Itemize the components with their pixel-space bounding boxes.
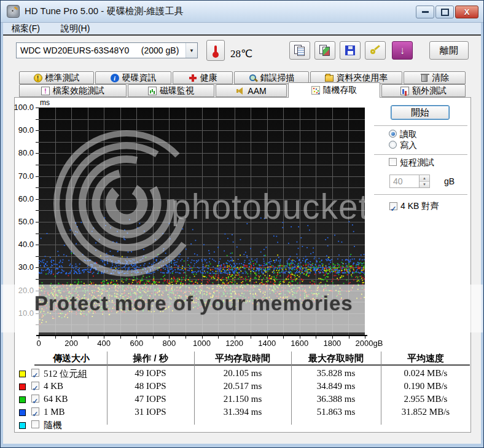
series-label: 隨機 <box>44 420 62 431</box>
tab-label: 健康 <box>200 73 217 84</box>
start-button[interactable]: 開始 <box>391 105 450 120</box>
trash-icon <box>421 74 427 82</box>
x-tick <box>136 336 137 339</box>
copy-image-button[interactable] <box>314 41 335 60</box>
copy-text-button[interactable] <box>289 41 310 60</box>
series-checkbox-0[interactable] <box>31 369 39 377</box>
series-label: 1 MB <box>44 407 65 417</box>
y-tick <box>36 119 39 120</box>
minimize-button[interactable] <box>416 6 434 18</box>
exit-button[interactable]: 離開 <box>429 41 469 60</box>
window-frame-bottom <box>1 444 483 447</box>
scatter-icon <box>311 86 320 95</box>
x-tick <box>218 336 219 339</box>
page-icon <box>41 87 50 95</box>
align-4kb-checkbox[interactable] <box>389 202 397 210</box>
x-tick <box>88 336 88 339</box>
copy-text-icon <box>294 45 305 56</box>
table-cell: 31.852 MB/s <box>382 407 469 417</box>
maximize-button[interactable] <box>435 6 454 18</box>
read-label: 讀取 <box>400 129 417 140</box>
spinner-up-button[interactable]: ▲ <box>420 175 429 182</box>
x-tick-label: 400 <box>88 339 120 348</box>
x-tick <box>55 336 56 339</box>
series-color-swatch <box>19 409 26 416</box>
tab-label: 額外測試 <box>412 85 447 96</box>
x-tick <box>300 336 300 339</box>
tab-label: 標準測試 <box>45 73 80 84</box>
tools-button[interactable] <box>365 41 386 60</box>
tab-speaker[interactable]: AAM <box>216 84 287 97</box>
table-column-divider <box>291 352 292 425</box>
tab-label: 錯誤掃描 <box>260 73 295 84</box>
y-tick-label: 20.0 <box>8 286 34 295</box>
series-checkbox-2[interactable] <box>31 395 39 403</box>
x-tick <box>71 336 72 339</box>
table-cell: 20.105 ms <box>195 368 290 379</box>
y-tick-label: 90.0 <box>8 125 34 135</box>
short-test-size-input[interactable] <box>390 175 419 187</box>
series-color-swatch <box>19 383 26 390</box>
table-header-3: 最大存取時間 <box>292 353 380 364</box>
tab-page[interactable]: 檔案效能測試 <box>19 84 127 97</box>
y-tick <box>36 245 39 245</box>
x-tick-label: 1400 <box>251 339 283 348</box>
save-button[interactable] <box>340 41 361 60</box>
tab-cross[interactable]: 健康 <box>173 71 233 84</box>
y-tick <box>36 222 39 222</box>
grid-icon <box>400 87 409 95</box>
tab-grid[interactable]: 額外測試 <box>381 84 466 97</box>
x-tick <box>349 336 349 339</box>
tab-info[interactable]: 硬碟資訊 <box>95 71 171 84</box>
short-test-checkbox[interactable] <box>389 158 397 166</box>
divider <box>374 194 467 195</box>
y-tick-label: 100.0 <box>8 103 34 112</box>
series-checkbox-4[interactable] <box>31 420 39 428</box>
table-cell: 36.388 ms <box>292 394 380 404</box>
close-button[interactable]: X <box>455 6 478 18</box>
menu-item-file[interactable]: 檔案(F) <box>9 23 42 34</box>
menu-item-help[interactable]: 說明(H) <box>58 23 92 34</box>
table-cell: 31.394 ms <box>195 407 290 417</box>
y-axis-unit: ms <box>40 98 50 107</box>
y-tick-label: 40.0 <box>8 240 34 249</box>
minimize-icon <box>422 11 429 13</box>
exit-label: 離開 <box>440 45 458 57</box>
temperature-label: 28℃ <box>230 47 252 60</box>
download-button[interactable]: ↓ <box>392 41 413 60</box>
cross-icon <box>189 74 197 82</box>
folder-icon <box>325 75 334 82</box>
tab-label: 檔案效能測試 <box>53 85 104 96</box>
y-tick <box>36 313 39 314</box>
x-tick-label: 1000 <box>186 339 218 348</box>
y-tick <box>36 302 39 302</box>
tab-alert[interactable]: 標準測試 <box>19 71 94 84</box>
tab-bars[interactable]: 磁碟監視 <box>128 84 214 97</box>
y-tick-label: 30.0 <box>8 262 34 272</box>
write-radio[interactable] <box>389 141 397 149</box>
spinner-down-button[interactable]: ▼ <box>420 182 429 188</box>
hd-tune-window: HD Tune Pro 5.00 - 硬碟檢測-維護工具 X 檔案(F)說明(H… <box>0 0 484 448</box>
bars-icon <box>148 87 157 95</box>
y-tick <box>36 153 39 154</box>
series-checkbox-1[interactable] <box>31 382 39 390</box>
y-tick-label: 10.0 <box>8 308 34 318</box>
x-tick <box>104 336 104 339</box>
y-tick <box>36 108 39 108</box>
temperature-button[interactable] <box>206 40 225 61</box>
table-cell: 0.190 MB/s <box>382 381 469 391</box>
read-radio[interactable] <box>389 130 397 138</box>
tab-scatter[interactable]: 隨機存取 <box>288 82 380 98</box>
x-tick <box>185 336 186 339</box>
x-tick-label: 1800 <box>316 339 348 348</box>
table-cell: 2.955 MB/s <box>382 394 469 404</box>
series-checkbox-3[interactable] <box>31 407 39 415</box>
series-label: 64 KB <box>44 394 68 404</box>
alert-icon <box>34 74 42 82</box>
tab-trash[interactable]: 清除 <box>404 71 466 84</box>
series-label: 512 位元組 <box>44 368 87 380</box>
x-tick <box>120 336 121 339</box>
x-tick-label: 800 <box>153 339 185 348</box>
drive-select[interactable]: WDC WD20EURS-63S48Y0 (2000 gB) ▼ <box>16 42 198 58</box>
x-tick-label: 600 <box>120 339 152 348</box>
